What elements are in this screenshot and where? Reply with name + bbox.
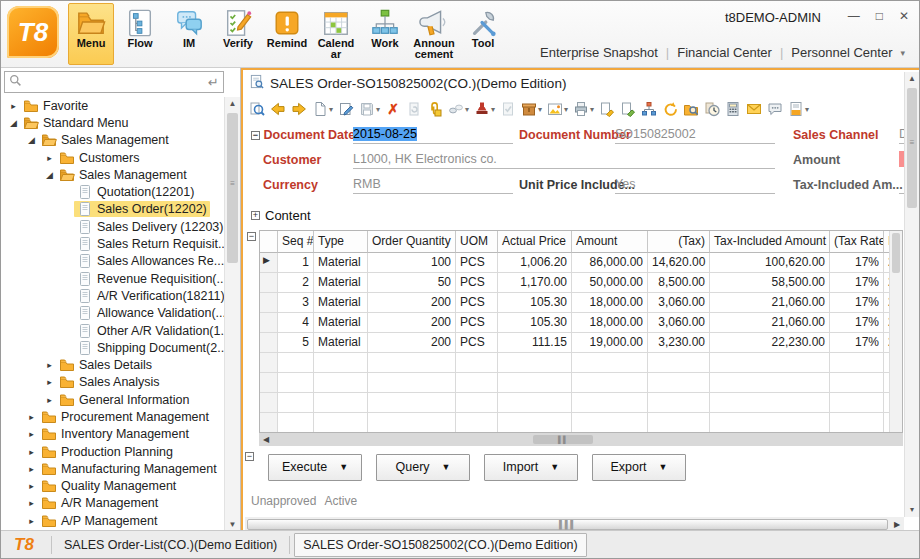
import-button[interactable]: Import▼ [484, 454, 578, 481]
report-icon[interactable]: ▾ [786, 98, 811, 120]
close-icon[interactable]: ✕ [899, 9, 909, 23]
forward-icon[interactable] [289, 98, 309, 120]
new-document-icon[interactable]: ▾ [310, 98, 335, 120]
grid-cell[interactable]: PCS [456, 293, 498, 313]
collapse-icon[interactable]: − [247, 232, 256, 241]
grid-cell[interactable]: 19,000.00 [572, 333, 648, 353]
workflow-icon[interactable] [639, 98, 659, 120]
top-menu-item-im[interactable]: IM [166, 3, 212, 65]
table-row[interactable]: 4Material200PCS105.3018,000.003,060.0021… [260, 313, 889, 333]
top-menu-item-tool[interactable]: Tool [460, 3, 506, 65]
grid-cell[interactable]: 1,170.00 [498, 273, 572, 293]
tree-item[interactable]: ◢Sales Management [1, 132, 224, 149]
grid-cell[interactable]: 4 [278, 313, 314, 333]
tree-item[interactable]: ▸Favorite [1, 97, 224, 114]
top-menu-item-flow[interactable]: Flow [117, 3, 163, 65]
tree-item[interactable]: ▸Inventory Management [1, 426, 224, 443]
grid-cell[interactable]: 21,060.00 [710, 293, 830, 313]
tree-expander-icon[interactable]: ▸ [43, 377, 56, 387]
tree-expander-icon[interactable]: ▸ [25, 498, 38, 508]
tree-item[interactable]: ▸Procurement Management [1, 408, 224, 425]
grid-cell[interactable]: 1,006.20 [498, 253, 572, 273]
tree-item[interactable]: Sales Allowances Re... [1, 253, 224, 270]
grid-cell[interactable]: 17% [830, 313, 884, 333]
table-row[interactable]: 3Material200PCS105.3018,000.003,060.0021… [260, 293, 889, 313]
tree-expander-icon[interactable]: ▸ [43, 360, 56, 370]
scrollbar-thumb[interactable]: ≡ [227, 113, 238, 263]
currency-field[interactable]: RMB [353, 177, 513, 194]
tree-expander-icon[interactable]: ◢ [25, 135, 38, 145]
tree-expander-icon[interactable]: ▸ [25, 481, 38, 491]
tree-item[interactable]: Quotation(12201) [1, 183, 224, 200]
tree-item[interactable]: ▸General Information [1, 391, 224, 408]
mail-icon[interactable] [744, 98, 764, 120]
chevron-down-icon[interactable]: ▾ [329, 105, 333, 114]
taskbar-tab-sales-order-document[interactable]: SALES Order-SO150825002(CO.)(Demo Editio… [294, 533, 586, 557]
grid-cell[interactable]: 17% [830, 273, 884, 293]
calculator-icon[interactable] [723, 98, 743, 120]
scrollbar-thumb[interactable]: ▌▌▌ [247, 519, 888, 530]
grid-column-header[interactable]: Actual Price [498, 231, 572, 253]
tree-expander-icon[interactable]: ▸ [25, 464, 38, 474]
tree-expander-icon[interactable]: ▸ [43, 395, 56, 405]
scrollbar-thumb[interactable]: ≡ [907, 88, 917, 208]
grid-cell[interactable]: Material [314, 273, 368, 293]
minimize-icon[interactable]: — [848, 9, 860, 23]
search-folder-icon[interactable] [681, 98, 701, 120]
tree-item[interactable]: Sales Order(12202) [1, 201, 224, 218]
query-button[interactable]: Query▼ [376, 454, 470, 481]
approve-stamp-icon[interactable]: ▾ [472, 98, 497, 120]
chevron-down-icon[interactable]: ▾ [900, 48, 905, 58]
grid-cell[interactable]: Material [314, 253, 368, 273]
grid-cell[interactable]: 3,060.00 [648, 293, 710, 313]
audit-icon[interactable] [498, 98, 518, 120]
grid-column-header[interactable]: Order Quantity [368, 231, 456, 253]
tree-expander-icon[interactable]: ◢ [7, 118, 20, 128]
grid-cell[interactable]: PCS [456, 333, 498, 353]
link-personnel-center[interactable]: Personnel Center [791, 45, 892, 60]
export-image-icon[interactable]: ▾ [545, 98, 570, 120]
tree-item[interactable]: ▸Sales Details [1, 356, 224, 373]
tree-item[interactable]: ▸Sales Analysis [1, 374, 224, 391]
tree-item[interactable]: A/R Verification(18211) [1, 287, 224, 304]
archive-box-icon[interactable]: ▾ [519, 98, 544, 120]
scroll-down-icon[interactable]: ▾ [905, 503, 919, 517]
grid-cell[interactable]: PCS [456, 253, 498, 273]
edit-icon[interactable] [336, 98, 356, 120]
grid-cell[interactable]: 50 [368, 273, 456, 293]
grid-cell[interactable]: 105.30 [498, 313, 572, 333]
message-icon[interactable] [765, 98, 785, 120]
scroll-left-icon[interactable]: ◀ [259, 435, 273, 444]
top-menu-item-remind[interactable]: Remind [264, 3, 310, 65]
grid-cell[interactable]: 200 [368, 313, 456, 333]
grid-cell[interactable]: 50,000.00 [572, 273, 648, 293]
grid-cell[interactable]: 105.30 [498, 293, 572, 313]
tree-expander-icon[interactable]: ▸ [25, 516, 38, 526]
print-icon[interactable]: ▾ [571, 98, 596, 120]
link-enterprise-snapshot[interactable]: Enterprise Snapshot [540, 45, 658, 60]
customer-field[interactable]: L1000, HK Electronics co. [353, 152, 775, 169]
top-menu-item-menu[interactable]: Menu [68, 3, 114, 65]
document-date-field[interactable]: 2015-08-25 [353, 127, 513, 144]
grid-cell[interactable]: 5 [278, 333, 314, 353]
tree-expander-icon[interactable]: ▸ [43, 153, 56, 163]
chevron-down-icon[interactable]: ▼ [550, 462, 559, 472]
grid-cell[interactable]: 21,060.00 [710, 313, 830, 333]
grid-vertical-scrollbar[interactable] [889, 231, 902, 432]
grid-cell[interactable]: 17% [830, 253, 884, 273]
top-menu-item-verify[interactable]: Verify [215, 3, 261, 65]
tree-item[interactable]: ▸Production Planning [1, 443, 224, 460]
grid-column-header[interactable]: (Tax Rate) [830, 231, 884, 253]
grid-cell[interactable]: Material [314, 293, 368, 313]
link-financial-center[interactable]: Financial Center [677, 45, 772, 60]
grid-cell[interactable]: 58,500.00 [710, 273, 830, 293]
grid-cell[interactable]: Material [314, 333, 368, 353]
grid-cell[interactable]: 200 [368, 293, 456, 313]
tree-item[interactable]: ◢Sales Management [1, 166, 224, 183]
tree-expander-icon[interactable]: ▸ [7, 101, 20, 111]
grid-cell[interactable]: PCS [456, 313, 498, 333]
refresh-doc-icon[interactable] [404, 98, 424, 120]
tree-expander-icon[interactable]: ▸ [25, 412, 38, 422]
scroll-right-icon[interactable]: ▶ [890, 520, 904, 529]
collapse-icon[interactable]: − [251, 131, 260, 140]
